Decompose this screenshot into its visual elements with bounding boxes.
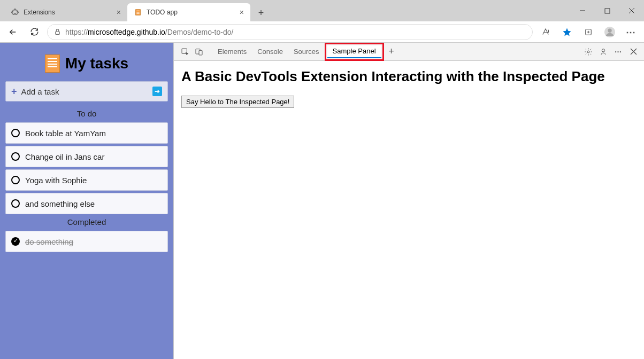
maximize-button[interactable] [595,0,619,21]
checkbox-checked-icon[interactable] [11,237,20,246]
tab-title: TODO app [147,9,178,16]
task-text: and something else [25,199,95,208]
extension-icon [11,8,19,17]
collections-button[interactable] [580,24,597,41]
svg-point-13 [608,28,611,32]
submit-task-button[interactable]: ➔ [152,87,162,96]
todo-section-label: To do [5,109,168,118]
settings-button[interactable] [582,45,595,58]
checkbox-icon[interactable] [11,152,20,161]
url-text: https://microsoftedge.github.io/Demos/de… [65,28,233,36]
back-button[interactable] [4,24,21,41]
devtools-tab-elements[interactable]: Elements [212,43,252,61]
refresh-button[interactable] [26,24,43,41]
task-item[interactable]: and something else [5,193,168,214]
add-task-input[interactable]: + Add a task ➔ [5,81,168,102]
say-hello-button[interactable]: Say Hello to The Inspected Page! [181,96,294,108]
close-window-button[interactable] [619,0,644,21]
annotation-highlight: Sample Panel [325,43,384,61]
checkbox-icon[interactable] [11,199,20,208]
task-item[interactable]: Yoga with Sophie [5,169,168,191]
page-title: My tasks [65,55,128,72]
devtools-tab-console[interactable]: Console [252,43,288,61]
tab-title: Extensions [24,9,55,16]
close-icon[interactable]: × [117,8,121,17]
completed-section-label: Completed [5,217,168,227]
devtools-panel: Elements Console Sources Sample Panel + … [173,43,644,359]
task-text: do something [25,237,73,246]
panel-heading: A Basic DevTools Extension Interacting w… [181,68,637,85]
app-heading: My tasks [5,54,168,73]
task-text: Yoga with Sophie [25,176,87,185]
device-toggle-button[interactable] [192,48,206,56]
add-tab-button[interactable]: + [384,46,399,57]
close-icon[interactable]: × [240,8,244,17]
browser-title-bar: Extensions × TODO app × + [0,0,644,21]
clipboard-icon [45,54,60,73]
svg-point-17 [587,51,589,53]
devtools-tab-sources[interactable]: Sources [288,43,325,61]
add-task-label: Add a task [21,87,59,96]
address-bar: https://microsoftedge.github.io/Demos/de… [0,21,644,43]
devtools-tabs: Elements Console Sources Sample Panel + … [174,43,644,61]
checkbox-icon[interactable] [11,176,20,184]
inspect-element-button[interactable] [178,48,192,56]
feedback-button[interactable] [597,45,610,58]
browser-tab-todo-app[interactable]: TODO app × [127,3,250,21]
minimize-button[interactable] [570,0,595,21]
todo-app: My tasks + Add a task ➔ To do Book table… [0,43,173,359]
new-tab-button[interactable]: + [252,4,270,21]
svg-rect-5 [605,9,610,13]
profile-button[interactable] [601,24,618,41]
note-icon [134,8,142,17]
svg-rect-16 [199,50,202,55]
url-input[interactable]: https://microsoftedge.github.io/Demos/de… [47,24,533,40]
menu-button[interactable]: ⋯ [623,24,640,41]
favorite-button[interactable] [558,24,576,41]
task-text: Book table at YamYam [25,129,106,138]
lock-icon [54,28,61,35]
browser-tab-extensions[interactable]: Extensions × [4,3,127,21]
devtools-tab-sample-panel[interactable]: Sample Panel [327,45,381,58]
svg-rect-8 [56,32,60,34]
task-item[interactable]: Change oil in Jans car [5,146,168,167]
plus-icon: + [11,86,17,97]
task-text: Change oil in Jans car [25,152,104,161]
close-devtools-button[interactable] [627,45,640,58]
checkbox-icon[interactable] [11,129,20,137]
devtools-body: A Basic DevTools Extension Interacting w… [174,61,644,115]
window-controls [570,0,644,21]
svg-point-18 [602,49,604,51]
task-item[interactable]: Book table at YamYam [5,122,168,144]
more-button[interactable]: ⋯ [612,45,625,58]
task-item-completed[interactable]: do something [5,231,168,252]
read-aloud-button[interactable] [537,24,554,41]
